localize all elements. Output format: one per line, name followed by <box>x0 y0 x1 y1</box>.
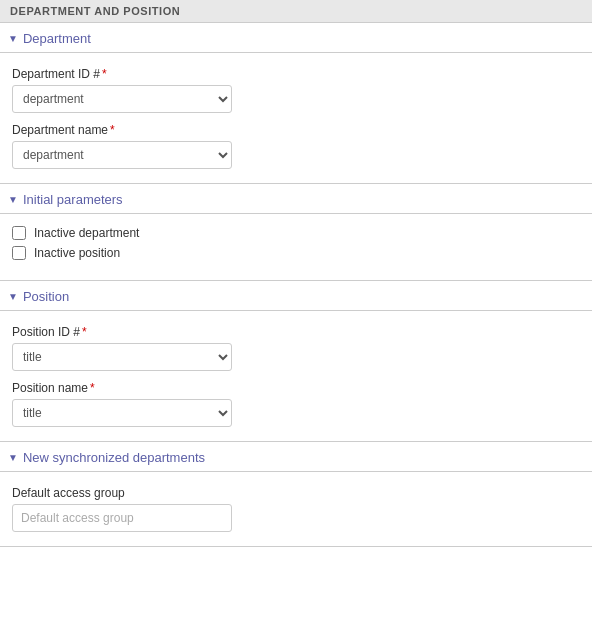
department-id-select[interactable]: department <box>12 85 232 113</box>
position-section: ▼ Position Position ID #* title Position… <box>0 281 592 442</box>
inactive-position-checkbox[interactable] <box>12 246 26 260</box>
inactive-position-label: Inactive position <box>34 246 120 260</box>
section-header-text: DEPARTMENT AND POSITION <box>10 5 180 17</box>
department-id-field-group: Department ID #* department <box>0 61 592 117</box>
position-section-header[interactable]: ▼ Position <box>0 281 592 310</box>
position-name-field-group: Position name* title <box>0 375 592 431</box>
new-sync-section-title: New synchronized departments <box>23 450 205 465</box>
initial-params-section: ▼ Initial parameters Inactive department… <box>0 184 592 281</box>
inactive-department-label: Inactive department <box>34 226 139 240</box>
position-name-select[interactable]: title <box>12 399 232 427</box>
new-sync-divider <box>0 471 592 472</box>
default-access-group-label: Default access group <box>12 486 580 500</box>
department-divider <box>0 52 592 53</box>
required-star-3: * <box>82 325 87 339</box>
new-sync-section: ▼ New synchronized departments Default a… <box>0 442 592 547</box>
department-chevron-icon: ▼ <box>8 33 18 44</box>
position-divider <box>0 310 592 311</box>
department-section-header[interactable]: ▼ Department <box>0 23 592 52</box>
required-star: * <box>102 67 107 81</box>
department-section-title: Department <box>23 31 91 46</box>
initial-params-divider <box>0 213 592 214</box>
initial-params-chevron-icon: ▼ <box>8 194 18 205</box>
position-id-label: Position ID #* <box>12 325 580 339</box>
default-access-group-input[interactable] <box>12 504 232 532</box>
position-name-label: Position name* <box>12 381 580 395</box>
default-access-group-field-group: Default access group <box>0 480 592 536</box>
position-id-field-group: Position ID #* title <box>0 319 592 375</box>
initial-params-section-title: Initial parameters <box>23 192 123 207</box>
new-sync-chevron-icon: ▼ <box>8 452 18 463</box>
new-sync-section-header[interactable]: ▼ New synchronized departments <box>0 442 592 471</box>
department-name-field-group: Department name* department <box>0 117 592 173</box>
position-chevron-icon: ▼ <box>8 291 18 302</box>
required-star-2: * <box>110 123 115 137</box>
initial-params-section-header[interactable]: ▼ Initial parameters <box>0 184 592 213</box>
inactive-position-item: Inactive position <box>12 246 580 260</box>
position-id-select[interactable]: title <box>12 343 232 371</box>
page-container: DEPARTMENT AND POSITION ▼ Department Dep… <box>0 0 592 547</box>
department-section: ▼ Department Department ID #* department… <box>0 23 592 184</box>
department-name-label: Department name* <box>12 123 580 137</box>
checkbox-group: Inactive department Inactive position <box>0 222 592 270</box>
inactive-department-checkbox[interactable] <box>12 226 26 240</box>
required-star-4: * <box>90 381 95 395</box>
inactive-department-item: Inactive department <box>12 226 580 240</box>
department-id-label: Department ID #* <box>12 67 580 81</box>
position-section-title: Position <box>23 289 69 304</box>
department-name-select[interactable]: department <box>12 141 232 169</box>
section-header: DEPARTMENT AND POSITION <box>0 0 592 23</box>
